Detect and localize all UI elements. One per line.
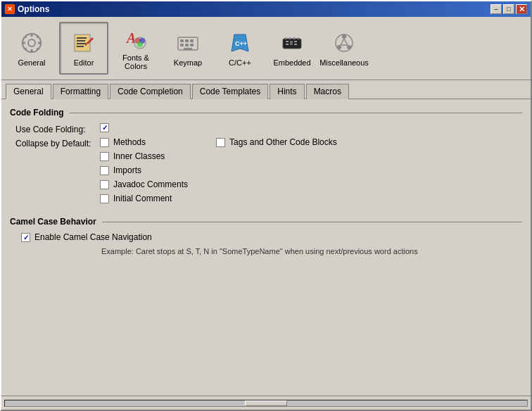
initial-comment-checkbox[interactable]: [100, 194, 109, 203]
toolbar-editor-label: Editor: [74, 58, 94, 67]
miscellaneous-icon: [331, 30, 357, 56]
svg-line-18: [86, 43, 87, 46]
toolbar-keymap-label: Keymap: [174, 58, 202, 67]
inner-classes-label: Inner Classes: [113, 151, 165, 161]
camel-case-line: [102, 222, 522, 222]
keymap-icon: [175, 30, 201, 56]
tab-code-templates[interactable]: Code Templates: [192, 84, 269, 99]
svg-rect-27: [190, 39, 194, 42]
svg-rect-15: [77, 43, 87, 44]
code-folding-header: Code Folding: [10, 108, 522, 118]
tags-label: Tags and Other Code Blocks: [229, 137, 337, 147]
use-code-folding-label: Use Code Folding:: [15, 123, 100, 134]
svg-rect-25: [180, 39, 184, 42]
svg-point-23: [137, 42, 143, 47]
svg-point-46: [347, 45, 351, 49]
horizontal-scrollbar[interactable]: [4, 400, 528, 407]
enable-camel-case-row: Enable Camel Case Navigation: [10, 232, 522, 244]
tags-row: Tags and Other Code Blocks: [216, 137, 337, 147]
svg-rect-29: [185, 44, 189, 46]
svg-rect-6: [22, 42, 25, 44]
svg-rect-38: [294, 44, 297, 45]
minimize-button[interactable]: –: [490, 4, 502, 14]
collapse-by-default-label: Collapse by Default:: [15, 137, 100, 148]
toolbar-embedded[interactable]: Embedded: [267, 22, 317, 75]
methods-label: Methods: [113, 137, 146, 147]
toolbar-cpp-label: C/C++: [229, 58, 251, 67]
inner-classes-checkbox[interactable]: [100, 152, 109, 161]
close-button[interactable]: ✕: [516, 4, 527, 14]
code-folding-title: Code Folding: [10, 108, 67, 118]
tab-hints[interactable]: Hints: [270, 84, 304, 99]
bottom-bar: [1, 396, 531, 410]
use-code-folding-row: Use Code Folding:: [10, 123, 522, 134]
methods-row: Methods: [100, 137, 188, 147]
svg-rect-13: [77, 37, 87, 39]
collapse-checkboxes: Methods Inner Classes Imports: [100, 137, 337, 206]
svg-rect-40: [289, 37, 291, 39]
toolbar-editor[interactable]: Editor: [59, 22, 108, 75]
enable-camel-case-checkbox[interactable]: [21, 233, 30, 242]
initial-comment-row: Initial Comment: [100, 194, 188, 203]
svg-rect-36: [290, 41, 293, 45]
tags-checkbox[interactable]: [216, 138, 225, 147]
svg-rect-41: [293, 37, 295, 39]
inner-classes-row: Inner Classes: [100, 151, 188, 161]
collapse-by-default-row: Collapse by Default: Methods Inner Class…: [10, 137, 522, 206]
scrollbar-thumb[interactable]: [245, 400, 287, 406]
camel-case-hint: Example: Caret stops at S, T, N in "Some…: [101, 247, 522, 255]
general-icon: [19, 30, 44, 56]
tab-general[interactable]: General: [6, 84, 51, 99]
camel-case-section: Camel Case Behavior Enable Camel Case Na…: [10, 217, 522, 255]
window-icon: ✕: [5, 4, 15, 14]
tab-code-completion[interactable]: Code Completion: [110, 84, 191, 99]
toolbar-miscellaneous[interactable]: Miscellaneous: [319, 22, 369, 75]
tabs-bar: General Formatting Code Completion Code …: [1, 80, 531, 99]
toolbar: General Editor A: [1, 17, 531, 80]
svg-point-3: [28, 39, 35, 46]
maximize-button[interactable]: □: [503, 4, 514, 14]
imports-label: Imports: [113, 165, 141, 175]
code-folding-line: [70, 113, 522, 113]
options-window: ✕ Options – □ ✕: [0, 0, 532, 411]
checkbox-group: Methods Inner Classes Imports: [100, 137, 337, 206]
camel-case-header: Camel Case Behavior: [10, 217, 522, 227]
toolbar-general-label: General: [18, 58, 45, 67]
toolbar-general[interactable]: General: [7, 22, 56, 75]
toolbar-miscellaneous-label: Miscellaneous: [319, 58, 369, 67]
svg-rect-37: [294, 41, 297, 42]
svg-rect-4: [31, 33, 33, 37]
window-title: Options: [18, 4, 49, 14]
svg-text:✕: ✕: [7, 6, 13, 13]
enable-camel-case-checkbox-row: Enable Camel Case Navigation: [15, 232, 152, 242]
camel-case-title: Camel Case Behavior: [10, 217, 99, 227]
tab-macros[interactable]: Macros: [306, 84, 349, 99]
svg-line-48: [344, 39, 348, 45]
imports-row: Imports: [100, 165, 188, 175]
fonts-colors-icon: A: [123, 26, 148, 51]
svg-rect-26: [185, 39, 189, 42]
svg-point-45: [337, 45, 341, 49]
svg-text:C++: C++: [235, 40, 247, 47]
checkbox-col-2: Tags and Other Code Blocks: [216, 137, 337, 206]
editor-icon: [71, 30, 96, 56]
imports-checkbox[interactable]: [100, 166, 109, 175]
use-code-folding-checkbox[interactable]: [100, 123, 109, 132]
svg-rect-7: [38, 42, 42, 44]
tab-formatting[interactable]: Formatting: [53, 84, 108, 99]
toolbar-cpp[interactable]: C++ C/C++: [215, 22, 265, 75]
embedded-icon: [279, 30, 305, 56]
svg-line-47: [341, 39, 344, 45]
javadoc-checkbox[interactable]: [100, 180, 109, 189]
title-bar-controls: – □ ✕: [490, 4, 527, 14]
title-bar-left: ✕ Options: [5, 4, 49, 14]
svg-rect-39: [285, 37, 286, 39]
svg-point-44: [342, 34, 346, 39]
svg-rect-14: [77, 40, 85, 42]
methods-checkbox[interactable]: [100, 138, 109, 147]
svg-rect-31: [184, 48, 192, 50]
svg-rect-35: [286, 44, 289, 45]
toolbar-fonts-colors[interactable]: A Fonts & Colors: [111, 22, 160, 75]
checkbox-col-1: Methods Inner Classes Imports: [100, 137, 188, 206]
toolbar-keymap[interactable]: Keymap: [163, 22, 213, 75]
